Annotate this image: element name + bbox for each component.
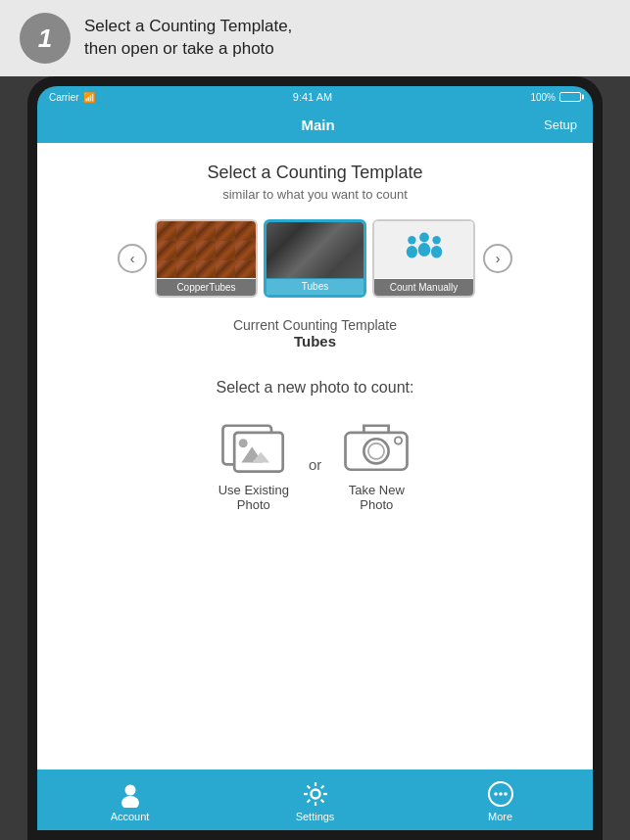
- camera-icon: [341, 416, 412, 475]
- tab-bar: Account Setting: [37, 770, 593, 830]
- svg-line-23: [307, 799, 310, 802]
- tubes-image: [267, 222, 363, 279]
- instruction-bar: 1 Select a Counting Template, then open …: [0, 0, 630, 76]
- tab-settings-label: Settings: [296, 811, 335, 822]
- photo-options: Use ExistingPhoto or: [218, 416, 412, 512]
- current-template-section: Current Counting Template Tubes: [233, 317, 397, 350]
- step-circle: 1: [20, 13, 71, 64]
- take-new-photo-button[interactable]: Take NewPhoto: [341, 416, 412, 512]
- people-icon: [404, 227, 445, 272]
- use-existing-photo-button[interactable]: Use ExistingPhoto: [218, 416, 289, 512]
- svg-point-14: [121, 796, 139, 808]
- wifi-icon: 📶: [83, 92, 95, 103]
- battery-icon: [559, 92, 581, 102]
- instruction-text: Select a Counting Template, then open or…: [84, 16, 292, 61]
- template-count-manually[interactable]: Count Manually: [372, 219, 475, 298]
- svg-point-0: [419, 233, 429, 243]
- nav-setup-button[interactable]: Setup: [544, 117, 577, 132]
- template-section-subtitle: similar to what you want to count: [222, 187, 408, 202]
- carousel-items: CopperTubes Tubes: [155, 219, 475, 298]
- copper-tubes-label: CopperTubes: [157, 279, 256, 296]
- svg-line-21: [320, 799, 323, 802]
- nav-title: Main: [92, 117, 544, 133]
- current-template-value: Tubes: [233, 333, 397, 350]
- template-section-title: Select a Counting Template: [208, 163, 423, 183]
- tab-more-label: More: [488, 811, 512, 822]
- step-number: 1: [38, 23, 52, 54]
- template-tubes[interactable]: Tubes: [264, 219, 366, 298]
- template-copper[interactable]: CopperTubes: [155, 219, 258, 298]
- carousel-next-button[interactable]: ›: [483, 244, 512, 273]
- tablet-inner: Carrier 📶 9:41 AM 100% Main Setup Select…: [37, 86, 593, 830]
- svg-point-4: [432, 236, 440, 244]
- more-icon: [487, 780, 514, 808]
- tab-more[interactable]: More: [408, 780, 593, 822]
- carousel-prev-button[interactable]: ‹: [118, 244, 147, 273]
- svg-line-22: [320, 785, 323, 788]
- svg-point-1: [417, 243, 430, 257]
- status-left: Carrier 📶: [49, 92, 95, 103]
- svg-point-3: [406, 246, 416, 258]
- account-icon: [117, 780, 144, 808]
- svg-point-15: [311, 789, 319, 798]
- svg-point-2: [408, 236, 415, 244]
- nav-bar: Main Setup: [37, 108, 593, 143]
- tablet-frame: Carrier 📶 9:41 AM 100% Main Setup Select…: [27, 76, 603, 840]
- carrier-label: Carrier: [49, 92, 79, 103]
- existing-photo-icon: [218, 416, 289, 475]
- tubes-label: Tubes: [267, 278, 363, 295]
- svg-point-13: [124, 784, 135, 795]
- tab-settings[interactable]: Settings: [222, 780, 408, 822]
- status-bar: Carrier 📶 9:41 AM 100%: [37, 86, 593, 108]
- svg-line-20: [307, 785, 310, 788]
- template-carousel: ‹ CopperTubes Tubes: [57, 219, 573, 298]
- svg-point-5: [431, 246, 442, 258]
- copper-tubes-image: [157, 221, 256, 278]
- battery-percent: 100%: [530, 92, 556, 103]
- status-right: 100%: [530, 92, 581, 103]
- svg-point-25: [494, 792, 498, 796]
- use-existing-photo-label: Use ExistingPhoto: [218, 483, 289, 512]
- svg-point-26: [499, 792, 503, 796]
- instruction-line2: then open or take a photo: [84, 39, 274, 58]
- svg-rect-7: [234, 433, 283, 472]
- current-template-label: Current Counting Template: [233, 317, 397, 333]
- instruction-line1: Select a Counting Template,: [84, 17, 292, 35]
- take-new-photo-label: Take NewPhoto: [349, 483, 405, 512]
- settings-icon: [302, 780, 329, 808]
- tab-account-label: Account: [111, 811, 150, 822]
- or-separator: or: [309, 456, 321, 473]
- tab-account[interactable]: Account: [37, 780, 222, 822]
- count-manually-image: [374, 221, 473, 278]
- count-manually-label: Count Manually: [374, 279, 473, 296]
- svg-point-11: [368, 443, 384, 459]
- svg-point-8: [239, 439, 248, 447]
- photo-prompt: Select a new photo to count:: [217, 379, 414, 397]
- status-time: 9:41 AM: [293, 91, 332, 103]
- svg-point-12: [395, 437, 402, 443]
- main-content: Select a Counting Template similar to wh…: [37, 143, 593, 770]
- svg-point-27: [504, 792, 508, 796]
